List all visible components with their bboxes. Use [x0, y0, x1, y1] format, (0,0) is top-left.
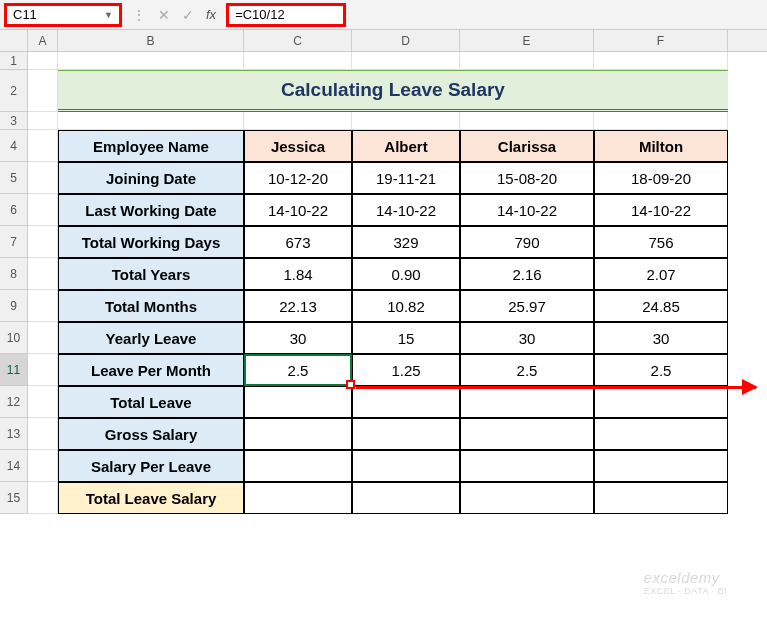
label-yl[interactable]: Yearly Leave	[58, 322, 244, 354]
cell-C11-active[interactable]: 2.5	[244, 354, 352, 386]
col-header-F[interactable]: F	[594, 30, 728, 51]
fill-handle[interactable]	[346, 380, 355, 389]
cell-B1[interactable]	[58, 52, 244, 70]
row-header-14[interactable]: 14	[0, 450, 28, 482]
col-header-C[interactable]: C	[244, 30, 352, 51]
cell-E13[interactable]	[460, 418, 594, 450]
cell-A8[interactable]	[28, 258, 58, 290]
row-header-4[interactable]: 4	[0, 130, 28, 162]
label-twd[interactable]: Total Working Days	[58, 226, 244, 258]
cell-F7[interactable]: 756	[594, 226, 728, 258]
cell-C8[interactable]: 1.84	[244, 258, 352, 290]
cell-C15[interactable]	[244, 482, 352, 514]
cell-F12[interactable]	[594, 386, 728, 418]
cell-D1[interactable]	[352, 52, 460, 70]
label-joining[interactable]: Joining Date	[58, 162, 244, 194]
cell-A13[interactable]	[28, 418, 58, 450]
cell-D6[interactable]: 14-10-22	[352, 194, 460, 226]
header-c3[interactable]: Clarissa	[460, 130, 594, 162]
cell-A5[interactable]	[28, 162, 58, 194]
label-tm[interactable]: Total Months	[58, 290, 244, 322]
cell-A2[interactable]	[28, 70, 58, 112]
cell-D7[interactable]: 329	[352, 226, 460, 258]
fx-icon[interactable]: fx	[206, 7, 216, 22]
cell-A9[interactable]	[28, 290, 58, 322]
cell-F15[interactable]	[594, 482, 728, 514]
cell-E6[interactable]: 14-10-22	[460, 194, 594, 226]
cell-A14[interactable]	[28, 450, 58, 482]
cell-A10[interactable]	[28, 322, 58, 354]
cancel-icon[interactable]: ✕	[158, 7, 170, 23]
cell-C14[interactable]	[244, 450, 352, 482]
row-header-12[interactable]: 12	[0, 386, 28, 418]
cell-C12[interactable]	[244, 386, 352, 418]
header-c2[interactable]: Albert	[352, 130, 460, 162]
cell-F8[interactable]: 2.07	[594, 258, 728, 290]
cell-D11[interactable]: 1.25	[352, 354, 460, 386]
cell-F5[interactable]: 18-09-20	[594, 162, 728, 194]
row-header-3[interactable]: 3	[0, 112, 28, 130]
enter-icon[interactable]: ✓	[182, 7, 194, 23]
formula-input[interactable]: =C10/12	[226, 3, 346, 27]
cell-D5[interactable]: 19-11-21	[352, 162, 460, 194]
cell-F11[interactable]: 2.5	[594, 354, 728, 386]
cell-B3[interactable]	[58, 112, 244, 130]
cell-A4[interactable]	[28, 130, 58, 162]
select-all-corner[interactable]	[0, 30, 28, 51]
row-header-13[interactable]: 13	[0, 418, 28, 450]
cell-D13[interactable]	[352, 418, 460, 450]
cell-E8[interactable]: 2.16	[460, 258, 594, 290]
cell-D9[interactable]: 10.82	[352, 290, 460, 322]
cell-F3[interactable]	[594, 112, 728, 130]
row-header-9[interactable]: 9	[0, 290, 28, 322]
cell-F9[interactable]: 24.85	[594, 290, 728, 322]
cell-C5[interactable]: 10-12-20	[244, 162, 352, 194]
cell-C1[interactable]	[244, 52, 352, 70]
label-lpm[interactable]: Leave Per Month	[58, 354, 244, 386]
row-header-7[interactable]: 7	[0, 226, 28, 258]
row-header-6[interactable]: 6	[0, 194, 28, 226]
header-c1[interactable]: Jessica	[244, 130, 352, 162]
row-header-5[interactable]: 5	[0, 162, 28, 194]
row-header-8[interactable]: 8	[0, 258, 28, 290]
cell-C13[interactable]	[244, 418, 352, 450]
row-header-10[interactable]: 10	[0, 322, 28, 354]
cell-C10[interactable]: 30	[244, 322, 352, 354]
cell-E11[interactable]: 2.5	[460, 354, 594, 386]
title-cell[interactable]: Calculating Leave Salary	[58, 70, 728, 112]
label-spl[interactable]: Salary Per Leave	[58, 450, 244, 482]
cell-C3[interactable]	[244, 112, 352, 130]
cell-D3[interactable]	[352, 112, 460, 130]
cell-E7[interactable]: 790	[460, 226, 594, 258]
label-lastwork[interactable]: Last Working Date	[58, 194, 244, 226]
row-header-1[interactable]: 1	[0, 52, 28, 70]
header-employee[interactable]: Employee Name	[58, 130, 244, 162]
dropdown-icon[interactable]: ▼	[104, 10, 113, 20]
cell-D12[interactable]	[352, 386, 460, 418]
cell-E5[interactable]: 15-08-20	[460, 162, 594, 194]
cell-A15[interactable]	[28, 482, 58, 514]
row-header-15[interactable]: 15	[0, 482, 28, 514]
cell-E10[interactable]: 30	[460, 322, 594, 354]
cell-A1[interactable]	[28, 52, 58, 70]
col-header-E[interactable]: E	[460, 30, 594, 51]
cell-C9[interactable]: 22.13	[244, 290, 352, 322]
label-ty[interactable]: Total Years	[58, 258, 244, 290]
cell-C6[interactable]: 14-10-22	[244, 194, 352, 226]
col-header-B[interactable]: B	[58, 30, 244, 51]
cell-D14[interactable]	[352, 450, 460, 482]
row-header-2[interactable]: 2	[0, 70, 28, 112]
cell-A6[interactable]	[28, 194, 58, 226]
label-tls[interactable]: Total Leave Salary	[58, 482, 244, 514]
col-header-D[interactable]: D	[352, 30, 460, 51]
name-box[interactable]: C11 ▼	[4, 3, 122, 27]
cell-E3[interactable]	[460, 112, 594, 130]
cell-D8[interactable]: 0.90	[352, 258, 460, 290]
row-header-11[interactable]: 11	[0, 354, 28, 386]
cell-F14[interactable]	[594, 450, 728, 482]
cell-D10[interactable]: 15	[352, 322, 460, 354]
cell-F10[interactable]: 30	[594, 322, 728, 354]
cell-F1[interactable]	[594, 52, 728, 70]
cell-E1[interactable]	[460, 52, 594, 70]
cell-E15[interactable]	[460, 482, 594, 514]
